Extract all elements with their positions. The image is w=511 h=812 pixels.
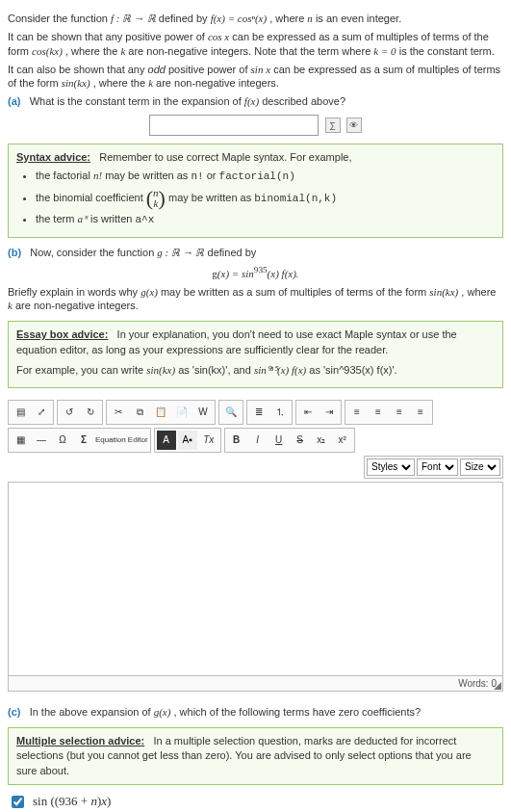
part-c-question: (c) In the above expansion of g(x) , whi… <box>8 705 503 720</box>
part-b-brief: Briefly explain in words why g(x) may be… <box>8 285 503 314</box>
bullet-list-icon[interactable]: ≣ <box>249 403 268 422</box>
subscript-button[interactable]: x₂ <box>312 431 331 450</box>
paste-text-icon[interactable]: 📄 <box>172 403 192 422</box>
text: Consider the function <box>8 13 111 24</box>
sin-power-paragraph: It can also be shown that any odd positi… <box>8 63 503 92</box>
editor-footer: Words: 0 <box>8 676 503 692</box>
syntax-advice-box: Syntax advice: Remember to use correct M… <box>8 144 503 238</box>
part-a-label: (a) <box>8 95 20 107</box>
copy-icon[interactable]: ⧉ <box>130 403 149 422</box>
binomial-symbol: (nk) <box>146 188 166 209</box>
toolbar-row-2: ▦ — Ω Σ Equation Editor A A▪ Tx B I U S … <box>8 428 503 453</box>
option-row: sin ((936 + n)x) <box>8 793 503 811</box>
align-justify-icon[interactable]: ≡ <box>411 403 430 422</box>
n: n <box>307 13 313 24</box>
hr-icon[interactable]: — <box>32 431 51 450</box>
superscript-button[interactable]: x² <box>333 431 352 450</box>
undo-icon[interactable]: ↺ <box>60 403 79 422</box>
number-list-icon[interactable]: ⒈ <box>270 403 290 422</box>
equation-editor-icon[interactable]: ∑ <box>325 118 341 133</box>
g-equation: g(x) = sin935(x) f(x). <box>8 264 503 281</box>
answer-a-input[interactable] <box>149 115 319 136</box>
strike-button[interactable]: S <box>291 431 310 450</box>
bold-button[interactable]: B <box>227 431 246 450</box>
options-list: sin ((936 + n)x)sin ((935 + n)x)sin ((93… <box>8 793 503 812</box>
remove-format-button[interactable]: Tx <box>199 431 218 450</box>
essay-editor: ▤ ⤢ ↺ ↻ ✂ ⧉ 📋 📄 W 🔍 ≣ ⒈ ⇤ ⇥ ≡ ≡ ≡ ≡ <box>8 400 503 692</box>
toolbar-row-3: Styles Font Size <box>8 456 503 479</box>
part-b-label: (b) <box>8 247 21 258</box>
underline-button[interactable]: U <box>269 431 289 450</box>
cut-icon[interactable]: ✂ <box>109 403 128 422</box>
option-label: sin ((936 + n)x) <box>33 794 111 809</box>
text-color-button[interactable]: A <box>157 431 176 450</box>
intro-paragraph: Consider the function f : ℝ → ℝ defined … <box>8 12 503 26</box>
table-icon[interactable]: ▦ <box>11 431 30 450</box>
equation-editor-label: Equation Editor <box>95 436 148 444</box>
syntax-advice-title: Syntax advice: <box>16 151 90 163</box>
cos-power-paragraph: It can be shown that any positive power … <box>8 30 503 59</box>
syntax-item-power: the term aˣ is written a^x <box>36 212 495 227</box>
f-domain: f : ℝ → ℝ <box>111 13 156 24</box>
align-center-icon[interactable]: ≡ <box>369 403 388 422</box>
preview-icon[interactable]: 👁 <box>346 118 362 133</box>
indent-icon[interactable]: ⇥ <box>319 403 339 422</box>
outdent-icon[interactable]: ⇤ <box>298 403 318 422</box>
resize-handle[interactable] <box>494 682 501 690</box>
bg-color-button[interactable]: A▪ <box>178 431 197 450</box>
text: , where <box>269 13 307 24</box>
option-checkbox[interactable] <box>12 796 24 808</box>
styles-select[interactable]: Styles <box>367 458 415 476</box>
multi-advice-title: Multiple selection advice: <box>16 735 144 747</box>
special-char-icon[interactable]: Ω <box>53 431 72 450</box>
italic-button[interactable]: I <box>248 431 268 450</box>
essay-advice-title: Essay box advice: <box>16 328 108 340</box>
text: defined by <box>159 13 211 24</box>
redo-icon[interactable]: ↻ <box>81 403 100 422</box>
f-eq: f(x) = cosⁿ(x) <box>211 13 268 24</box>
paste-word-icon[interactable]: W <box>193 403 213 422</box>
align-left-icon[interactable]: ≡ <box>347 403 367 422</box>
part-b-line1: (b) Now, consider the function g : ℝ → ℝ… <box>8 246 503 260</box>
essay-advice-example: For example, you can write sin(kx) as 's… <box>16 363 495 378</box>
word-count-label: Words: <box>458 678 491 689</box>
syntax-list: the factorial n! may be written as n! or… <box>16 169 495 227</box>
expand-icon[interactable]: ⤢ <box>32 403 51 422</box>
syntax-item-factorial: the factorial n! may be written as n! or… <box>36 169 495 184</box>
text: is an even integer. <box>316 13 401 24</box>
part-c-label: (c) <box>8 706 20 718</box>
multiple-selection-advice-box: Multiple selection advice: In a multiple… <box>8 727 503 785</box>
essay-textarea[interactable] <box>8 482 503 676</box>
equation-editor-button[interactable]: Σ <box>74 431 93 450</box>
toolbar-row-1: ▤ ⤢ ↺ ↻ ✂ ⧉ 📋 📄 W 🔍 ≣ ⒈ ⇤ ⇥ ≡ ≡ ≡ ≡ <box>8 400 503 425</box>
source-icon[interactable]: ▤ <box>11 403 30 422</box>
font-select[interactable]: Font <box>417 458 458 476</box>
essay-advice-box: Essay box advice: In your explanation, y… <box>8 321 503 388</box>
syntax-item-binomial: the binomial coefficient (nk) may be wri… <box>36 188 495 209</box>
part-a-question: (a) What is the constant term in the exp… <box>8 94 503 109</box>
answer-a-row: ∑ 👁 <box>8 115 503 136</box>
align-right-icon[interactable]: ≡ <box>390 403 409 422</box>
find-icon[interactable]: 🔍 <box>221 403 241 422</box>
paste-icon[interactable]: 📋 <box>151 403 170 422</box>
size-select[interactable]: Size <box>460 458 500 476</box>
